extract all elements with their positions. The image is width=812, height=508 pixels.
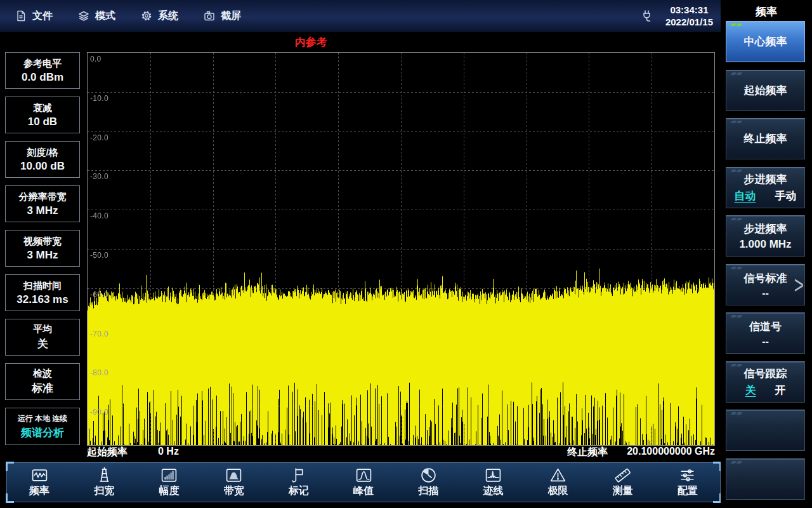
tool-amplitude[interactable]: 幅度 — [136, 463, 201, 502]
tool-label: 扫描 — [418, 485, 438, 498]
softkey-signal-standard[interactable]: 信号标准 -- > — [726, 264, 805, 305]
y-tick: -80.0 — [90, 368, 108, 377]
tool-span[interactable]: 扫宽 — [72, 463, 136, 502]
y-tick: -20.0 — [90, 133, 108, 142]
readout-detector: 检波 标准 — [5, 363, 80, 400]
trace-icon — [485, 467, 502, 484]
softkey-corner-marks-icon — [731, 461, 742, 464]
softkey-step-frequency-mode[interactable]: 步进频率 自动 手动 — [726, 167, 805, 208]
softkey-signal-tracking[interactable]: 信号跟踪 关 开 — [726, 361, 805, 403]
softkey-stop-frequency[interactable]: 终止频率 — [726, 118, 805, 159]
bandwidth-icon — [225, 467, 242, 484]
softkey-value: -- — [762, 288, 769, 299]
softkey-corner-marks-icon — [731, 72, 742, 75]
tool-label: 扫宽 — [94, 485, 114, 498]
tool-limit[interactable]: 极限 — [526, 463, 591, 502]
readout-average: 平均 关 — [5, 319, 80, 356]
tool-trace[interactable]: 迹线 — [461, 463, 525, 502]
readout-title: 分辨率带宽 — [19, 191, 67, 203]
y-tick: -50.0 — [90, 251, 108, 260]
sweep-icon — [420, 467, 437, 484]
readout-title: 检波 — [33, 368, 52, 380]
menu-file[interactable]: 文件 — [15, 10, 53, 23]
tool-label: 迹线 — [483, 485, 503, 498]
tool-label: 频率 — [29, 485, 49, 498]
softkey-blank-1[interactable] — [726, 410, 805, 451]
tool-bandwidth[interactable]: 带宽 — [202, 463, 266, 502]
readout-rbw: 分辨率带宽 3 MHz — [5, 185, 80, 222]
softkey-corner-marks-icon — [731, 315, 742, 318]
option-manual[interactable]: 手动 — [775, 189, 797, 203]
menu-mode[interactable]: 模式 — [78, 10, 115, 23]
readout-title: 参考电平 — [23, 58, 62, 70]
frequency-footer: 起始频率 0 Hz 终止频率 20.100000000 GHz — [87, 446, 715, 459]
menu-system[interactable]: 系统 — [141, 10, 178, 23]
menu-screenshot[interactable]: 截屏 — [204, 10, 241, 23]
softkey-label: 起始频率 — [744, 83, 787, 98]
measure-ruler-icon — [614, 467, 631, 484]
clock-date: 2022/01/15 — [665, 16, 713, 29]
softkey-center-frequency[interactable]: 中心频率 — [726, 21, 805, 62]
readout-run-status: 运行 本地 连续 频谱分析 — [5, 408, 80, 445]
tool-sweep[interactable]: 扫描 — [396, 463, 461, 502]
readout-vbw: 视频带宽 3 MHz — [5, 230, 80, 267]
softkey-corner-marks-icon — [731, 121, 742, 123]
softkey-label: 信号跟踪 — [744, 366, 787, 381]
settings-readout-panel: 参考电平 0.0 dBm 衰减 10 dB 刻度/格 10.00 dB 分辨率带… — [5, 52, 80, 445]
readout-value: 10.00 dB — [20, 160, 65, 173]
softkey-value: -- — [762, 336, 769, 347]
softkey-blank-2[interactable] — [726, 458, 805, 500]
readout-sweep-time: 扫描时间 32.163 ms — [5, 274, 80, 311]
spectrum-plot: 0.0 -10.0 -20.0 -30.0 -40.0 -50.0 -60.0 … — [87, 52, 715, 446]
softkey-channel-number[interactable]: 信道号 -- — [726, 312, 805, 354]
y-tick: -10.0 — [90, 94, 108, 103]
tool-label: 测量 — [613, 485, 633, 498]
menu-label: 截屏 — [221, 10, 241, 23]
softkey-corner-marks-icon — [731, 218, 742, 220]
tool-config[interactable]: 配置 — [655, 463, 720, 502]
readout-value: 10 dB — [28, 116, 57, 128]
tool-measure[interactable]: 测量 — [591, 463, 655, 502]
tool-peak[interactable]: 峰值 — [331, 463, 396, 502]
readout-title: 刻度/格 — [27, 147, 58, 159]
stop-frequency-label: 终止频率 — [567, 446, 608, 459]
reference-source-label: 内参考 — [254, 35, 368, 50]
softkey-corner-marks-icon — [731, 267, 742, 269]
tool-label: 配置 — [678, 485, 698, 498]
softkey-step-frequency-value[interactable]: 步进频率 1.000 MHz — [726, 215, 805, 257]
menu-label: 系统 — [158, 10, 178, 23]
softkey-panel-title: 频率 — [721, 4, 812, 19]
readout-attenuation: 衰减 10 dB — [5, 97, 80, 133]
readout-value: 3 MHz — [27, 249, 58, 262]
softkey-label: 中心频率 — [744, 34, 787, 49]
tool-label: 极限 — [548, 485, 568, 498]
spectrum-trace-canvas — [88, 53, 714, 445]
softkey-label: 步进频率 — [744, 222, 787, 236]
peak-icon — [355, 467, 372, 484]
span-icon — [96, 467, 113, 484]
toolbar-corner — [6, 493, 14, 503]
clock: 03:34:31 2022/01/15 — [665, 4, 713, 29]
softkey-corner-marks-icon — [731, 23, 742, 26]
menu-label: 文件 — [32, 10, 53, 23]
readout-value: 32.163 ms — [16, 293, 68, 306]
submenu-arrow-icon: > — [794, 270, 804, 300]
readout-value: 关 — [37, 337, 48, 351]
tool-label: 标记 — [289, 485, 309, 498]
softkey-label: 信道号 — [749, 319, 782, 334]
tool-marker[interactable]: 标记 — [266, 463, 331, 502]
softkey-corner-marks-icon — [731, 364, 742, 366]
tool-label: 幅度 — [159, 485, 179, 498]
option-on[interactable]: 开 — [775, 383, 786, 398]
start-frequency-label: 起始频率 — [87, 446, 128, 459]
option-off[interactable]: 关 — [745, 383, 756, 398]
y-tick: -90.0 — [90, 408, 108, 417]
marker-flag-icon — [290, 467, 307, 484]
readout-title: 平均 — [33, 323, 52, 335]
softkey-panel: 频率 中心频率 起始频率 终止频率 步进频率 自动 手动 步进频率 1.000 … — [721, 0, 812, 508]
tool-frequency[interactable]: 频率 — [7, 463, 72, 502]
topbar: 文件 模式 系统 截屏 03:34:31 2022/01/15 — [0, 0, 721, 32]
readout-title: 扫描时间 — [23, 280, 62, 292]
option-auto[interactable]: 自动 — [735, 189, 756, 203]
softkey-start-frequency[interactable]: 起始频率 — [726, 70, 805, 111]
